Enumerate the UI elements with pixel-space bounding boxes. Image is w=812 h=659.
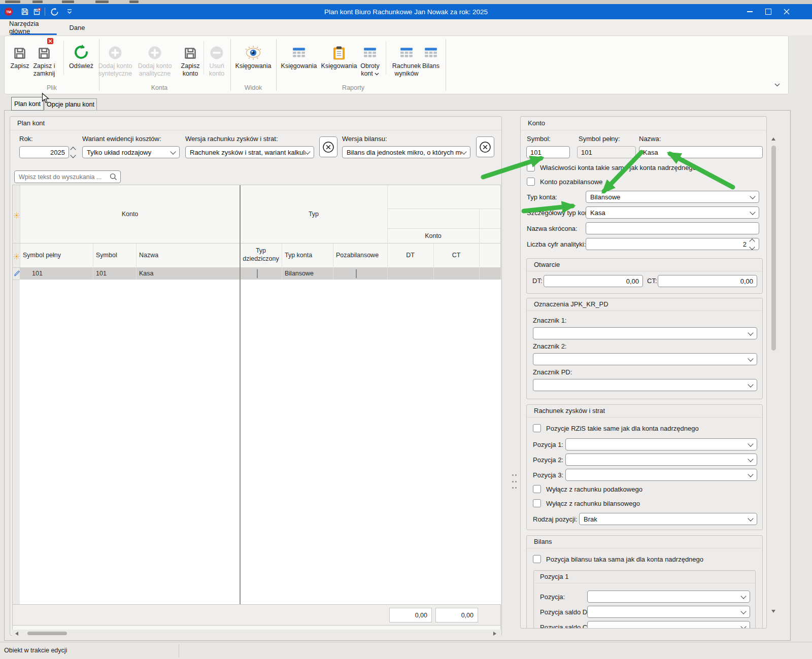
col-ct[interactable]: CT: [433, 243, 479, 267]
fragment: [129, 1, 139, 3]
ribbon-collapse-button[interactable]: [774, 80, 780, 89]
nazwa-input[interactable]: [639, 146, 763, 158]
znacznik2-select[interactable]: [533, 353, 757, 365]
close-button[interactable]: [776, 4, 797, 19]
szczegolowy-typ-select[interactable]: Kasa: [586, 206, 759, 219]
quick-save-close-button[interactable]: [31, 4, 43, 19]
app-window: TM Plan kont Biuro Rachunkowe Jan Nowak …: [0, 0, 812, 659]
liczba-cyfr-stepper[interactable]: [750, 238, 754, 250]
symbol-input[interactable]: [526, 146, 570, 158]
ribbon-tab-main[interactable]: Narzędzia główne: [9, 19, 59, 36]
rok-input[interactable]: [19, 146, 69, 158]
scrollbar-thumb[interactable]: [27, 632, 67, 635]
zapisz-button[interactable]: Zapisz: [8, 40, 31, 83]
group-header-typ[interactable]: Typ: [240, 185, 387, 243]
filter-sun-icon[interactable]: [14, 252, 19, 261]
otwarcie-ct-input[interactable]: [658, 275, 757, 287]
col-symbol-pelny[interactable]: Symbol pełny: [23, 243, 92, 267]
znacznik1-select[interactable]: [533, 327, 757, 339]
wersja-rzis-select[interactable]: Rachunek zysków i strat, wariant kalkula…: [185, 146, 314, 158]
ksiegowania-widok-button[interactable]: Księgowania: [232, 40, 275, 83]
ribbon-tab-dane[interactable]: Dane: [65, 19, 89, 36]
search-icon[interactable]: [110, 173, 117, 181]
saldo-ct-select[interactable]: [587, 621, 750, 629]
zapisz-konto-button[interactable]: Zapisz konto: [177, 40, 204, 83]
offbalance-checkbox[interactable]: Konto pozabilansowe: [527, 178, 603, 186]
col-dt[interactable]: DT: [387, 243, 433, 267]
group-header-konto[interactable]: Konto: [20, 185, 240, 243]
checkbox[interactable]: [533, 424, 541, 432]
checkbox[interactable]: [527, 163, 535, 171]
inherit-properties-checkbox[interactable]: Właściwości konta takie same jak konta n…: [527, 163, 696, 171]
wariant-select[interactable]: Tylko układ rodzajowy: [82, 146, 180, 158]
scroll-up-icon[interactable]: [771, 137, 775, 141]
nazwa-skrocona-input[interactable]: [586, 222, 759, 234]
rzis-same-checkbox[interactable]: Pozycje RZiS takie same jak dla konta na…: [533, 424, 699, 432]
zapisz-i-zamknij-button[interactable]: Zapisz i zamknij: [29, 40, 59, 83]
jpk-group: Oznaczenia JPK_KR_PD Znacznik 1: Znaczni…: [526, 298, 763, 399]
otwarcie-dt-input[interactable]: [544, 275, 643, 287]
pozycja3-select[interactable]: [565, 469, 757, 481]
scrollbar-thumb[interactable]: [771, 146, 776, 351]
quick-refresh-button[interactable]: [48, 4, 61, 19]
checkbox[interactable]: [533, 555, 541, 563]
scroll-left-icon[interactable]: [15, 632, 18, 636]
pozycja2-select[interactable]: [565, 454, 757, 466]
scroll-down-icon[interactable]: [771, 610, 775, 613]
cell-typ-dziedziczony-checkbox[interactable]: [257, 269, 258, 279]
bilans-button[interactable]: Bilans: [419, 40, 443, 83]
filter-sun-icon[interactable]: [14, 211, 19, 220]
usun-konto-button[interactable]: Usuń konto: [206, 40, 228, 83]
rodzaj-pozycji-label: Rodzaj pozycji:: [533, 515, 577, 523]
wersja-bilansu-select[interactable]: Bilans dla jednostek mikro, o których mo…: [342, 146, 470, 158]
pozycja1-select[interactable]: [565, 438, 757, 450]
cell-pozabilansowe-checkbox[interactable]: [356, 269, 357, 279]
search-input[interactable]: [18, 173, 110, 181]
ksiegowania-raport-button[interactable]: Księgowania: [278, 40, 320, 83]
scroll-right-icon[interactable]: [493, 632, 496, 636]
qat-customize-button[interactable]: [64, 4, 75, 19]
group-header-konto-right[interactable]: Konto: [387, 228, 479, 243]
dodaj-konto-syntetyczne-button[interactable]: Dodaj konto syntetyczne: [95, 40, 136, 83]
quick-save-button[interactable]: [19, 4, 30, 19]
znacznik-pd-select[interactable]: [533, 379, 757, 391]
bilans-same-checkbox[interactable]: Pozycja bilansu taka sama jak dla konta …: [533, 555, 703, 563]
clear-bilans-button[interactable]: [476, 136, 494, 157]
vertical-scrollbar[interactable]: [770, 133, 777, 617]
saldo-dt-select[interactable]: [587, 606, 750, 618]
bilans-pozycja-select[interactable]: [587, 591, 750, 603]
odswiez-button[interactable]: Odśwież: [65, 40, 97, 83]
checkbox[interactable]: [527, 178, 535, 186]
checkbox[interactable]: [533, 499, 541, 507]
clear-rzis-button[interactable]: [319, 136, 337, 157]
col-symbol[interactable]: Symbol: [96, 243, 135, 267]
cell-symbol: 101: [96, 267, 135, 280]
col-pozabilansowe[interactable]: Pozabilansowe: [336, 243, 386, 267]
col-typ-konta[interactable]: Typ konta: [285, 243, 332, 267]
minimize-button[interactable]: [739, 4, 760, 19]
typ-konta-select[interactable]: Bilansowe: [586, 191, 759, 203]
panel-splitter[interactable]: [512, 474, 517, 489]
rok-stepper[interactable]: [71, 146, 75, 158]
liczba-cyfr-input[interactable]: [586, 238, 759, 250]
tab-opcje-planu-kont[interactable]: Opcje planu kont: [44, 98, 97, 111]
ksiegowania-clipboard-button[interactable]: Księgowania: [318, 40, 360, 83]
button-label: Księgowania: [235, 62, 272, 70]
exclude-tax-checkbox[interactable]: Wyłącz z rachunku podatkowego: [533, 485, 642, 493]
tab-plan-kont[interactable]: Plan kont: [11, 97, 44, 111]
checkbox-label: Wyłącz z rachunku bilansowego: [546, 500, 640, 507]
typ-konta-label: Typ konta:: [527, 193, 557, 201]
button-label: Zapisz i zamknij: [29, 62, 59, 78]
obroty-kont-button[interactable]: Obroty kont: [355, 40, 385, 83]
table-row[interactable]: 101 101 Kasa Bilansowe: [20, 267, 501, 280]
button-label: Zapisz konto: [177, 62, 204, 78]
maximize-button[interactable]: [758, 4, 779, 19]
chevron-down-icon: [774, 83, 780, 87]
rodzaj-pozycji-select[interactable]: Brak: [579, 513, 757, 525]
horizontal-scrollbar[interactable]: [12, 630, 501, 637]
exclude-balance-checkbox[interactable]: Wyłącz z rachunku bilansowego: [533, 499, 640, 507]
dodaj-konto-analityczne-button[interactable]: Dodaj konto analityczne: [134, 40, 175, 83]
col-nazwa[interactable]: Nazwa: [139, 243, 239, 267]
col-typ-dziedziczony[interactable]: Typ dziedziczony: [242, 243, 280, 267]
checkbox[interactable]: [533, 485, 541, 493]
